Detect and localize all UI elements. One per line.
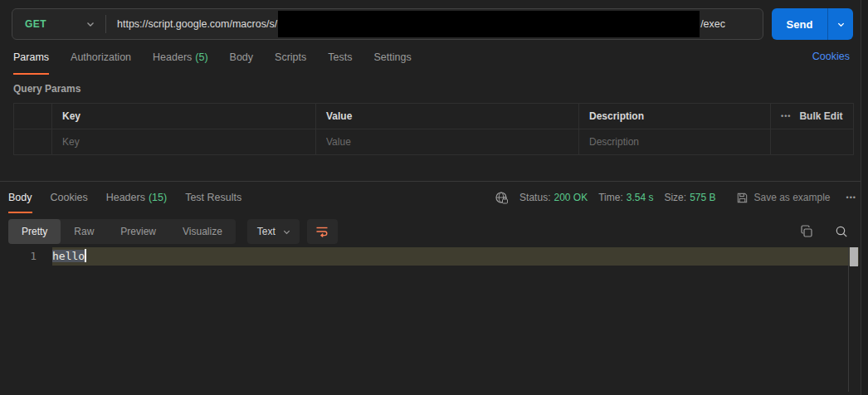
- time-value: 3.54 s: [627, 192, 654, 203]
- response-meta: Status: 200 OK Time: 3.54 s Size: 575 B …: [495, 182, 856, 213]
- wrap-text-button[interactable]: [307, 219, 338, 244]
- format-value: Text: [257, 226, 276, 237]
- tab-label: Body: [230, 51, 254, 63]
- size-value: 575 B: [690, 192, 715, 203]
- table-row: [14, 129, 854, 155]
- tab-count-badge: (5): [195, 51, 207, 63]
- status-value: 200 OK: [553, 192, 588, 203]
- line-number: 1: [0, 247, 52, 266]
- send-button-group: Send: [772, 8, 853, 40]
- description-input[interactable]: [589, 136, 761, 148]
- time-label: Time:: [598, 192, 623, 203]
- tab-params[interactable]: Params: [13, 40, 49, 75]
- row-handle-header: [14, 104, 52, 129]
- more-options-icon[interactable]: •••: [781, 112, 791, 120]
- chevron-down-icon: [282, 227, 291, 237]
- query-params-table: Key Value Description ••• Bulk Edit: [13, 103, 854, 155]
- tab-label: Headers: [153, 51, 192, 63]
- editor-tools: [800, 225, 848, 238]
- tab-count-badge: (15): [149, 192, 167, 203]
- description-cell: [579, 129, 771, 155]
- tab-label: Params: [13, 51, 49, 63]
- row-actions-cell: [771, 129, 854, 155]
- request-bar: GET https://script.google.com/macros/s/ …: [12, 8, 853, 40]
- method-label: GET: [25, 18, 46, 30]
- view-mode-group: Pretty Raw Preview Visualize: [8, 219, 236, 244]
- key-cell: [52, 129, 316, 155]
- status-label: Status:: [519, 192, 550, 203]
- url-input[interactable]: https://script.google.com/macros/s/ /exe…: [106, 11, 725, 37]
- tab-response-cookies[interactable]: Cookies: [51, 182, 88, 213]
- tab-test-results[interactable]: Test Results: [185, 182, 241, 213]
- url-redacted-segment: [278, 11, 700, 37]
- scrollbar-thumb[interactable]: [850, 247, 858, 266]
- tab-response-body[interactable]: Body: [8, 182, 32, 213]
- view-visualize[interactable]: Visualize: [169, 219, 236, 244]
- format-dropdown[interactable]: Text: [247, 219, 300, 244]
- tab-label: Settings: [373, 51, 411, 63]
- url-prefix: https://script.google.com/macros/s/: [117, 18, 277, 30]
- panel-right-edge: [861, 0, 868, 395]
- tab-response-headers[interactable]: Headers (15): [106, 182, 167, 213]
- table-header-row: Key Value Description ••• Bulk Edit: [14, 104, 854, 129]
- url-container: GET https://script.google.com/macros/s/ …: [12, 8, 763, 40]
- value-cell: [316, 129, 579, 155]
- column-header-key: Key: [52, 104, 316, 129]
- search-icon[interactable]: [835, 225, 848, 238]
- tab-label: Headers: [106, 192, 145, 203]
- request-tabs: Params Authorization Headers (5) Body Sc…: [0, 40, 868, 75]
- tab-label: Scripts: [275, 51, 306, 63]
- response-body-toolbar: Pretty Raw Preview Visualize Text: [8, 219, 868, 244]
- tab-scripts[interactable]: Scripts: [275, 40, 306, 75]
- tab-body[interactable]: Body: [230, 40, 254, 75]
- wrap-text-icon: [315, 226, 329, 237]
- response-header: Body Cookies Headers (15) Test Results S…: [0, 182, 868, 213]
- chevron-down-icon: [836, 20, 846, 29]
- column-header-description: Description: [579, 104, 771, 129]
- bulk-edit-button[interactable]: Bulk Edit: [799, 110, 842, 122]
- response-tabs: Body Cookies Headers (15) Test Results: [8, 182, 241, 213]
- send-options-button[interactable]: [828, 8, 853, 40]
- size-label: Size:: [664, 192, 686, 203]
- save-icon: [736, 192, 749, 204]
- cookies-link[interactable]: Cookies: [812, 51, 850, 62]
- column-header-value: Value: [316, 104, 579, 129]
- table-actions-cell: ••• Bulk Edit: [771, 104, 854, 129]
- view-raw[interactable]: Raw: [61, 219, 107, 244]
- query-params-title: Query Params: [13, 83, 868, 95]
- response-body-editor[interactable]: 1 hello: [0, 247, 868, 395]
- selected-text: hello: [52, 250, 85, 262]
- key-input[interactable]: [62, 136, 303, 148]
- view-preview[interactable]: Preview: [107, 219, 169, 244]
- value-input[interactable]: [326, 136, 566, 148]
- view-pretty[interactable]: Pretty: [8, 219, 61, 244]
- time-badge: Time: 3.54 s: [598, 192, 653, 203]
- tab-headers[interactable]: Headers (5): [153, 40, 208, 75]
- tab-label: Authorization: [71, 51, 131, 63]
- tab-label: Cookies: [51, 192, 88, 203]
- save-as-example-label: Save as example: [753, 192, 830, 203]
- copy-icon[interactable]: [800, 225, 813, 238]
- url-suffix: /exec: [700, 18, 725, 30]
- scrollbar-track[interactable]: [848, 247, 849, 392]
- code-line: 1 hello: [0, 247, 859, 266]
- tab-label: Tests: [328, 51, 352, 63]
- tab-tests[interactable]: Tests: [328, 40, 352, 75]
- status-badge: Status: 200 OK: [519, 192, 588, 203]
- tab-label: Body: [8, 192, 32, 203]
- send-button[interactable]: Send: [772, 8, 827, 40]
- chevron-down-icon: [85, 19, 95, 29]
- text-cursor: [85, 249, 86, 262]
- tab-authorization[interactable]: Authorization: [71, 40, 131, 75]
- save-as-example-button[interactable]: Save as example: [736, 192, 830, 204]
- network-globe-icon[interactable]: [495, 191, 509, 205]
- response-more-options-icon[interactable]: •••: [846, 193, 856, 202]
- method-selector[interactable]: GET: [12, 9, 105, 39]
- row-handle: [14, 129, 52, 155]
- size-badge: Size: 575 B: [664, 192, 715, 203]
- tab-settings[interactable]: Settings: [373, 40, 411, 75]
- tab-label: Test Results: [185, 192, 241, 203]
- code-line-content: hello: [52, 247, 859, 266]
